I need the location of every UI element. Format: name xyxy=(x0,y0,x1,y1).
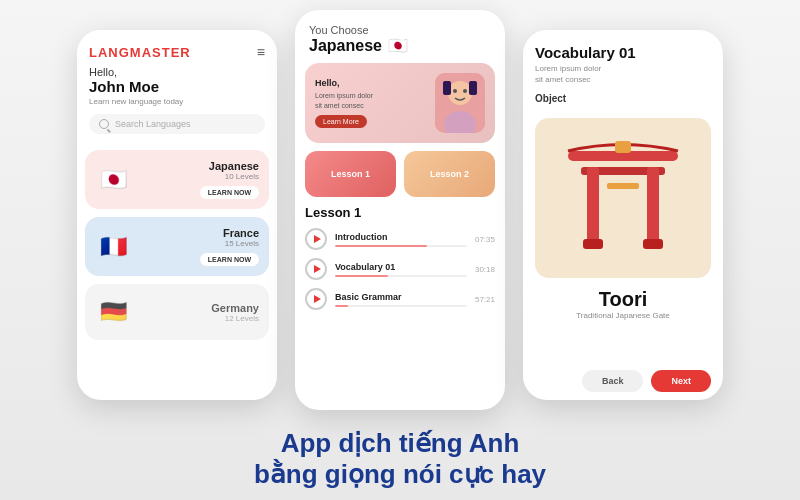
svg-rect-5 xyxy=(443,81,451,95)
lesson-name-grammar: Basic Grammar xyxy=(335,292,467,302)
lesson-section: Lesson 1 Introduction 07:35 V xyxy=(295,205,505,310)
play-icon xyxy=(314,235,321,243)
flag-germany: 🇩🇪 xyxy=(95,294,131,330)
lang-name-france: France xyxy=(139,227,259,239)
phone-1-header: LANGMASTER ≡ Hello, John Moe Learn new l… xyxy=(77,30,277,150)
search-bar[interactable]: Search Languages xyxy=(89,114,265,134)
phone-3-inner: Vocabulary 01 Lorem ipsum dolorsit amet … xyxy=(523,30,723,400)
lesson-item-grammar[interactable]: Basic Grammar 57:21 xyxy=(305,288,495,310)
toori-name: Toori xyxy=(523,288,723,311)
svg-point-1 xyxy=(448,81,472,105)
vocab-title: Vocabulary 01 xyxy=(535,44,711,61)
banner-hello: Hello, xyxy=(315,78,427,88)
lang-info-france: France 15 Levels LEARN NOW xyxy=(139,227,259,266)
phone-2-header: You Choose Japanese 🇯🇵 xyxy=(295,10,505,63)
phone-3: Vocabulary 01 Lorem ipsum dolorsit amet … xyxy=(523,30,723,400)
svg-rect-11 xyxy=(583,239,603,249)
svg-rect-10 xyxy=(647,167,659,247)
svg-rect-13 xyxy=(607,183,639,189)
flag-japanese: 🇯🇵 xyxy=(95,162,131,198)
phones-container: LANGMASTER ≡ Hello, John Moe Learn new l… xyxy=(30,10,770,420)
subtitle: Learn new language today xyxy=(89,97,265,106)
next-button[interactable]: Next xyxy=(651,370,711,392)
lesson-name-vocabulary: Vocabulary 01 xyxy=(335,262,467,272)
svg-rect-12 xyxy=(643,239,663,249)
object-label: Object xyxy=(535,93,711,104)
svg-rect-9 xyxy=(587,167,599,247)
language-card-japanese[interactable]: 🇯🇵 Japanese 10 Levels LEARN NOW xyxy=(85,150,269,209)
lesson-item-vocabulary[interactable]: Vocabulary 01 30:18 xyxy=(305,258,495,280)
lesson-info-introduction: Introduction xyxy=(335,232,467,247)
search-placeholder: Search Languages xyxy=(115,119,191,129)
play-icon-vocabulary xyxy=(314,265,321,273)
banner-text: Hello, Lorem ipsum dolorsit amet consec … xyxy=(315,78,427,129)
chosen-language: Japanese 🇯🇵 xyxy=(309,36,491,55)
hello-label: Hello, xyxy=(89,66,265,78)
lang-levels-france: 15 Levels xyxy=(139,239,259,248)
banner-card: Hello, Lorem ipsum dolorsit amet consec … xyxy=(305,63,495,143)
lesson-tab-2[interactable]: Lesson 2 xyxy=(404,151,495,197)
jp-flag-icon: 🇯🇵 xyxy=(388,36,408,55)
play-btn-introduction[interactable] xyxy=(305,228,327,250)
banner-body: Lorem ipsum dolorsit amet consec xyxy=(315,91,427,111)
toori-card xyxy=(535,118,711,278)
torii-gate-image xyxy=(563,133,683,263)
phone-3-nav: Back Next xyxy=(523,362,723,400)
flag-france: 🇫🇷 xyxy=(95,229,131,265)
phone-3-header: Vocabulary 01 Lorem ipsum dolorsit amet … xyxy=(523,30,723,112)
toori-desc: Traditional Japanese Gate xyxy=(523,311,723,320)
back-button[interactable]: Back xyxy=(582,370,644,392)
search-icon xyxy=(99,119,109,129)
lesson-section-title: Lesson 1 xyxy=(305,205,495,220)
svg-point-3 xyxy=(453,89,457,93)
lang-name-germany: Germany xyxy=(139,302,259,314)
learn-more-button[interactable]: Learn More xyxy=(315,115,367,128)
lesson-item-introduction[interactable]: Introduction 07:35 xyxy=(305,228,495,250)
bottom-line-2: bằng giọng nói cực hay xyxy=(0,459,800,490)
language-list: 🇯🇵 Japanese 10 Levels LEARN NOW 🇫🇷 Franc… xyxy=(77,150,277,340)
lesson-time-vocabulary: 30:18 xyxy=(475,265,495,274)
bottom-text-area: App dịch tiếng Anh bằng giọng nói cực ha… xyxy=(0,428,800,490)
progress-fill-introduction xyxy=(335,245,427,247)
lang-levels-japanese: 10 Levels xyxy=(139,172,259,181)
play-btn-grammar[interactable] xyxy=(305,288,327,310)
avatar xyxy=(435,73,485,133)
logo-text: LANGMASTER xyxy=(89,45,191,60)
phone-2: You Choose Japanese 🇯🇵 Hello, Lorem ipsu… xyxy=(295,10,505,410)
lesson-info-grammar: Basic Grammar xyxy=(335,292,467,307)
username: John Moe xyxy=(89,78,265,95)
lang-info-germany: Germany 12 Levels xyxy=(139,302,259,323)
bottom-line-1: App dịch tiếng Anh xyxy=(0,428,800,459)
lesson-info-vocabulary: Vocabulary 01 xyxy=(335,262,467,277)
lesson-tabs: Lesson 1 Lesson 2 xyxy=(295,151,505,197)
svg-point-4 xyxy=(463,89,467,93)
progress-bar-introduction xyxy=(335,245,467,247)
learn-btn-japanese[interactable]: LEARN NOW xyxy=(200,186,259,199)
lesson-name-introduction: Introduction xyxy=(335,232,467,242)
vocab-subtitle: Lorem ipsum dolorsit amet consec xyxy=(535,63,711,85)
play-icon-grammar xyxy=(314,295,321,303)
progress-bar-vocabulary xyxy=(335,275,467,277)
play-btn-vocabulary[interactable] xyxy=(305,258,327,280)
lesson-time-introduction: 07:35 xyxy=(475,235,495,244)
lang-info-japanese: Japanese 10 Levels LEARN NOW xyxy=(139,160,259,199)
language-card-france[interactable]: 🇫🇷 France 15 Levels LEARN NOW xyxy=(85,217,269,276)
progress-fill-vocabulary xyxy=(335,275,388,277)
hamburger-icon[interactable]: ≡ xyxy=(257,44,265,60)
lesson-time-grammar: 57:21 xyxy=(475,295,495,304)
progress-fill-grammar xyxy=(335,305,348,307)
learn-btn-france[interactable]: LEARN NOW xyxy=(200,253,259,266)
phone-1: LANGMASTER ≡ Hello, John Moe Learn new l… xyxy=(77,30,277,400)
progress-bar-grammar xyxy=(335,305,467,307)
svg-rect-6 xyxy=(469,81,477,95)
language-card-germany[interactable]: 🇩🇪 Germany 12 Levels xyxy=(85,284,269,340)
you-choose-label: You Choose xyxy=(309,24,491,36)
lang-name-japanese: Japanese xyxy=(139,160,259,172)
svg-rect-14 xyxy=(615,141,631,153)
lesson-tab-1[interactable]: Lesson 1 xyxy=(305,151,396,197)
lang-levels-germany: 12 Levels xyxy=(139,314,259,323)
logo-area: LANGMASTER ≡ xyxy=(89,44,265,60)
